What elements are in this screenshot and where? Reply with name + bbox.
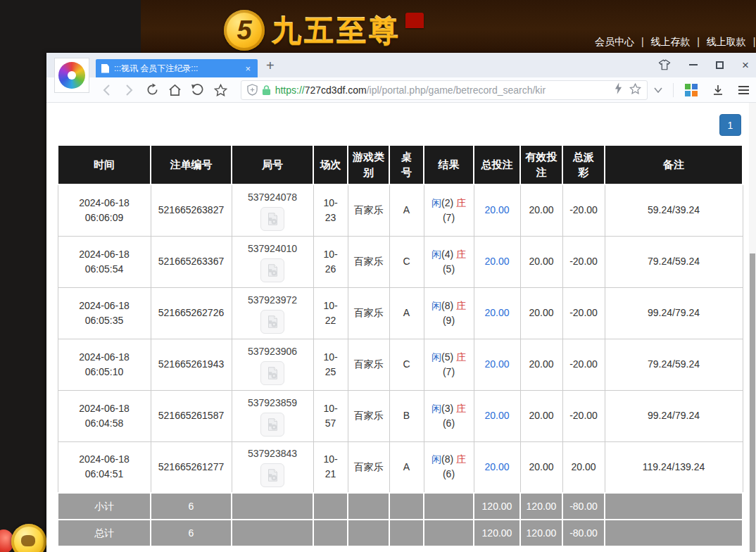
cell-game-type: 百家乐 xyxy=(348,287,389,339)
bookmark-star-icon[interactable] xyxy=(629,83,641,97)
minimize-button[interactable] xyxy=(689,64,698,65)
summary-empty xyxy=(424,493,474,520)
summary-count: 6 xyxy=(151,493,232,520)
banner-link[interactable]: 会员中心 xyxy=(595,36,634,47)
result-player-label: 闲 xyxy=(431,300,441,311)
tab-title: :::视讯 会员下注纪录::: xyxy=(114,63,244,75)
result-banker-label: 庄 xyxy=(456,197,466,208)
maximize-button[interactable] xyxy=(716,61,724,69)
summary-empty xyxy=(232,493,313,520)
site-safety-shield-icon[interactable] xyxy=(247,84,258,96)
url-dropdown-icon[interactable] xyxy=(650,81,667,99)
back-icon[interactable] xyxy=(99,81,115,99)
home-icon[interactable] xyxy=(167,81,183,99)
summary-total-bet: 120.00 xyxy=(474,520,520,546)
video-file-icon[interactable] xyxy=(260,413,284,437)
browser-window: :::视讯 会员下注纪录::: × + × xyxy=(46,53,756,552)
cell-total-bet: 20.00 xyxy=(474,184,520,236)
cell-remark: 59.24/39.24 xyxy=(605,184,743,236)
cell-valid-bet: 20.00 xyxy=(520,441,562,493)
table-row: 2024-06-18 06:06:09521665263827537924078… xyxy=(58,184,743,236)
cell-payout: -20.00 xyxy=(562,390,605,441)
cell-remark: 99.24/79.24 xyxy=(605,287,743,339)
site-banner: 5 九五至尊 会员中心 | 线上存款 | 线上取款 | 一键转换 xyxy=(141,0,756,53)
menu-icon[interactable] xyxy=(738,86,749,94)
video-file-icon[interactable] xyxy=(260,361,284,385)
apps-grid-icon[interactable] xyxy=(685,84,698,96)
restore-tab-icon[interactable] xyxy=(189,81,206,99)
session-value: 10-26 xyxy=(319,247,343,277)
pagination-page-button[interactable]: 1 xyxy=(719,114,741,136)
cell-table-no: C xyxy=(389,339,424,390)
cell-total-bet: 20.00 xyxy=(474,390,520,441)
video-file-icon[interactable] xyxy=(260,463,284,487)
round-number: 537923859 xyxy=(237,396,309,410)
banner-link[interactable]: 线上取款 xyxy=(707,36,746,47)
summary-remark xyxy=(605,520,743,546)
total-bet-link[interactable]: 20.00 xyxy=(484,461,509,472)
session-value: 10-57 xyxy=(319,401,343,431)
session-value: 10-22 xyxy=(319,299,343,328)
table-row: 2024-06-18 06:05:10521665261943537923906… xyxy=(58,339,743,390)
nav-separator: | xyxy=(694,36,702,47)
new-tab-button[interactable]: + xyxy=(266,58,275,73)
cell-time: 2024-06-18 06:06:09 xyxy=(58,184,151,236)
cell-game-type: 百家乐 xyxy=(348,390,389,441)
cell-game-type: 百家乐 xyxy=(348,441,389,493)
total-bet-link[interactable]: 20.00 xyxy=(484,307,509,318)
cell-session: 10-26 xyxy=(313,236,348,287)
browser-logo[interactable] xyxy=(54,58,89,93)
session-value: 10-25 xyxy=(319,350,343,380)
tab-close-icon[interactable]: × xyxy=(244,63,252,74)
close-button[interactable]: × xyxy=(742,59,749,71)
summary-row: 小计6120.00120.00-80.00 xyxy=(58,493,743,520)
cell-game-type: 百家乐 xyxy=(348,236,389,287)
result-player-label: 闲 xyxy=(431,249,441,260)
cell-payout: 20.00 xyxy=(562,441,605,493)
page-favicon-icon xyxy=(101,64,109,73)
cell-session: 10-21 xyxy=(313,441,348,493)
total-bet-link[interactable]: 20.00 xyxy=(484,256,509,267)
scrollbar-thumb[interactable] xyxy=(750,253,755,552)
table-header-cell: 总投注 xyxy=(474,145,520,184)
download-icon[interactable] xyxy=(709,81,727,99)
cell-payout: -20.00 xyxy=(562,184,605,236)
cell-remark: 79.24/59.24 xyxy=(605,339,743,390)
total-bet-link[interactable]: 20.00 xyxy=(484,410,509,421)
refresh-icon[interactable] xyxy=(144,81,160,99)
summary-empty xyxy=(389,493,424,520)
cell-time: 2024-06-18 06:04:51 xyxy=(58,441,151,493)
table-header-cell: 场次 xyxy=(313,145,348,184)
accelerator-icon[interactable] xyxy=(615,82,622,97)
cell-time: 2024-06-18 06:04:58 xyxy=(58,390,151,441)
url-text: https://727cd3df.com/ipl/portal.php/game… xyxy=(275,84,610,96)
result-player-label: 闲 xyxy=(431,197,441,208)
address-bar[interactable]: https://727cd3df.com/ipl/portal.php/game… xyxy=(241,80,648,100)
site-logo: 5 九五至尊 xyxy=(224,7,424,51)
table-header-cell: 游戏类 别 xyxy=(348,145,389,184)
favorites-star-icon[interactable] xyxy=(212,81,228,99)
scrollbar-track[interactable] xyxy=(749,103,756,552)
cell-bet-id: 521665262726 xyxy=(151,287,232,339)
cell-table-no: C xyxy=(389,236,424,287)
video-file-icon[interactable] xyxy=(260,207,284,231)
banner-link[interactable]: 线上存款 xyxy=(650,36,690,47)
cell-valid-bet: 20.00 xyxy=(520,236,562,287)
cell-table-no: B xyxy=(389,390,424,441)
total-bet-link[interactable]: 20.00 xyxy=(484,358,509,370)
cell-game-type: 百家乐 xyxy=(348,184,389,236)
video-file-icon[interactable] xyxy=(260,310,284,334)
browser-tab[interactable]: :::视讯 会员下注纪录::: × xyxy=(96,59,258,77)
table-header-cell: 有效投 注 xyxy=(520,145,562,184)
result-banker-label: 庄 xyxy=(456,453,466,465)
video-file-icon[interactable] xyxy=(260,258,284,282)
total-bet-link[interactable]: 20.00 xyxy=(484,204,509,215)
forward-icon[interactable] xyxy=(121,81,137,99)
cell-result: 闲(2) 庄(7) xyxy=(424,184,474,236)
theme-skin-icon[interactable] xyxy=(658,59,671,70)
cell-payout: -20.00 xyxy=(562,287,605,339)
summary-remark xyxy=(605,493,743,520)
cell-valid-bet: 20.00 xyxy=(520,390,562,441)
round-number: 537924078 xyxy=(237,190,309,205)
https-lock-icon xyxy=(262,84,271,96)
